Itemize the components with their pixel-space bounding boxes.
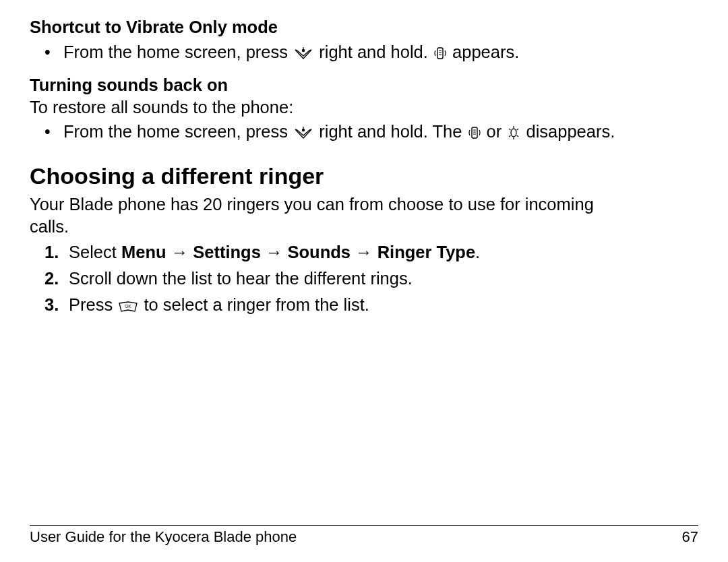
- paragraph: Your Blade phone has 20 ringers you can …: [30, 193, 636, 237]
- step-text: Select Menu → Settings → Sounds → Ringer…: [69, 241, 698, 263]
- bullet-marker: •: [44, 41, 63, 63]
- bullet-marker: •: [44, 121, 63, 142]
- text-fragment: From the home screen, press: [63, 42, 293, 61]
- document-page: Shortcut to Vibrate Only mode • From the…: [0, 0, 728, 562]
- step-number: 2.: [44, 268, 69, 290]
- section-heading-vibrate-only: Shortcut to Vibrate Only mode: [30, 16, 698, 38]
- page-footer: User Guide for the Kyocera Blade phone 6…: [30, 525, 698, 546]
- step-3: 3. Press to select a ringer from the lis…: [44, 294, 698, 316]
- bullet-text: From the home screen, press right and ho…: [63, 121, 698, 143]
- text-fragment: disappears.: [526, 122, 615, 141]
- paragraph: To restore all sounds to the phone:: [30, 96, 698, 119]
- step-number: 1.: [44, 241, 69, 263]
- light-icon: [508, 124, 520, 140]
- text-fragment: right and hold.: [319, 42, 433, 61]
- section-heading-sounds-back-on: Turning sounds back on: [30, 75, 698, 95]
- text-fragment: .: [475, 243, 480, 261]
- text-fragment: Select: [69, 243, 121, 261]
- bullet-item: • From the home screen, press right and …: [44, 121, 698, 143]
- step-1: 1. Select Menu → Settings → Sounds → Rin…: [44, 241, 698, 263]
- text-fragment: Press: [69, 295, 117, 314]
- text-fragment: appears.: [452, 42, 519, 61]
- nav-key-icon: [294, 123, 313, 137]
- vibrate-icon: [468, 124, 481, 140]
- ok-key-icon: [119, 296, 138, 311]
- step-text: Scroll down the list to hear the differe…: [69, 268, 698, 290]
- text-fragment: or: [487, 122, 507, 141]
- step-2: 2. Scroll down the list to hear the diff…: [44, 268, 698, 290]
- heading-choosing-ringer: Choosing a different ringer: [30, 163, 698, 189]
- vibrate-icon: [434, 44, 446, 61]
- text-fragment: right and hold. The: [319, 122, 466, 141]
- step-text: Press to select a ringer from the list.: [69, 294, 698, 316]
- text-fragment: to select a ringer from the list.: [144, 295, 369, 314]
- footer-title: User Guide for the Kyocera Blade phone: [30, 528, 297, 546]
- bullet-text: From the home screen, press right and ho…: [63, 41, 698, 63]
- text-fragment: From the home screen, press: [63, 122, 293, 141]
- bullet-item: • From the home screen, press right and …: [44, 41, 698, 63]
- page-number: 67: [682, 528, 698, 546]
- menu-path: Menu → Settings → Sounds → Ringer Type: [121, 243, 475, 261]
- step-number: 3.: [44, 294, 69, 316]
- nav-key-icon: [294, 43, 313, 58]
